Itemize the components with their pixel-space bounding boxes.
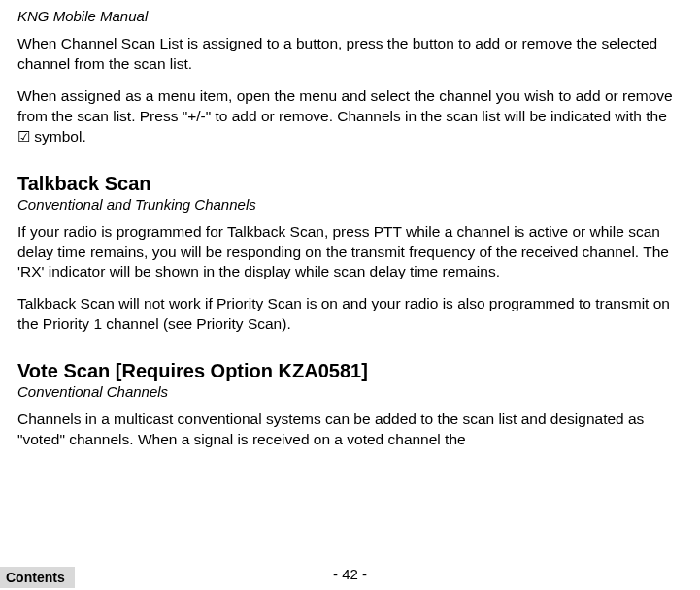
contents-button[interactable]: Contents [0, 567, 75, 588]
running-header: KNG Mobile Manual [17, 8, 683, 24]
page-number: - 42 - [0, 566, 700, 582]
checkbox-icon: ☑ [17, 127, 30, 147]
vote-scan-title: Vote Scan [Requires Option KZA0581] [17, 360, 683, 382]
vote-scan-subtitle: Conventional Channels [17, 383, 683, 400]
intro-paragraph-2-post: symbol. [30, 128, 86, 145]
talkback-scan-para-1: If your radio is programmed for Talkback… [17, 222, 683, 283]
intro-paragraph-2: When assigned as a menu item, open the m… [17, 86, 683, 148]
talkback-scan-subtitle: Conventional and Trunking Channels [17, 196, 683, 213]
vote-scan-para-1: Channels in a multicast conventional sys… [17, 410, 683, 450]
intro-paragraph-2-pre: When assigned as a menu item, open the m… [17, 87, 673, 124]
page-content: KNG Mobile Manual When Channel Scan List… [0, 0, 700, 590]
talkback-scan-title: Talkback Scan [17, 173, 683, 195]
intro-paragraph-1: When Channel Scan List is assigned to a … [17, 34, 683, 75]
talkback-scan-para-2: Talkback Scan will not work if Priority … [17, 294, 683, 335]
